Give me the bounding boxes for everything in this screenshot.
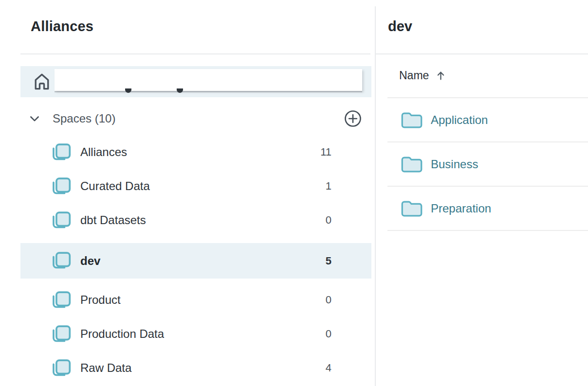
folder-link[interactable]: Business	[431, 158, 478, 171]
folder-link[interactable]: Application	[431, 113, 488, 127]
sidebar-title-divider	[20, 53, 370, 54]
space-count: 5	[326, 255, 331, 267]
space-label: dev	[80, 254, 100, 268]
sidebar-item-production-data[interactable]: Production Data 0	[20, 317, 371, 351]
app-window: Alliances Spaces (10)	[0, 0, 588, 386]
space-icon	[50, 142, 71, 163]
space-count: 0	[326, 328, 331, 340]
spaces-section-label: Spaces (10)	[53, 112, 115, 125]
content-panel: dev Name Application	[376, 0, 588, 386]
redacted-text-fragment	[125, 88, 131, 93]
space-count: 1	[326, 180, 331, 193]
spaces-section-header: Spaces (10)	[20, 110, 371, 127]
sidebar: Alliances Spaces (10)	[0, 0, 375, 386]
name-column-label: Name	[399, 69, 429, 82]
home-icon	[32, 71, 52, 92]
arrow-up-icon	[435, 70, 447, 82]
space-icon	[50, 290, 71, 311]
space-icon	[50, 250, 71, 271]
space-count: 11	[320, 146, 331, 158]
redacted-home-label	[55, 69, 362, 91]
chevron-down-icon[interactable]	[28, 112, 41, 125]
add-space-button[interactable]	[343, 109, 363, 128]
space-icon	[50, 210, 71, 231]
folder-icon	[401, 155, 423, 174]
sidebar-title: Alliances	[31, 18, 93, 35]
space-label: Product	[80, 293, 121, 307]
sidebar-item-product[interactable]: Product 0	[20, 283, 371, 317]
table-row-preparation[interactable]: Preparation	[387, 187, 588, 231]
folder-icon	[401, 199, 423, 218]
folder-icon	[401, 111, 423, 129]
sidebar-item-dbt-datasets[interactable]: dbt Datasets 0	[20, 203, 371, 237]
table-header-name[interactable]: Name	[399, 68, 447, 83]
page-title: dev	[388, 18, 412, 35]
space-label: Production Data	[80, 327, 164, 341]
space-count: 0	[326, 294, 331, 306]
sidebar-item-curated-data[interactable]: Curated Data 1	[20, 169, 371, 203]
table-row-business[interactable]: Business	[387, 142, 588, 187]
space-label: Raw Data	[80, 361, 131, 375]
sidebar-item-home[interactable]	[20, 66, 371, 97]
sidebar-item-raw-data[interactable]: Raw Data 4	[20, 351, 371, 385]
space-count: 0	[326, 214, 331, 227]
space-label: Curated Data	[80, 179, 150, 193]
folder-table: Application Business Preparation	[387, 97, 588, 231]
content-title-divider	[376, 53, 588, 54]
sidebar-item-dev[interactable]: dev 5	[20, 243, 371, 279]
space-icon	[50, 358, 71, 379]
space-icon	[50, 324, 71, 345]
spaces-list: Alliances 11 Curated Data 1	[20, 135, 371, 385]
space-icon	[50, 176, 71, 197]
redacted-text-fragment	[177, 88, 183, 93]
sidebar-item-alliances[interactable]: Alliances 11	[20, 135, 371, 169]
folder-link[interactable]: Preparation	[431, 202, 491, 215]
space-label: dbt Datasets	[80, 213, 146, 227]
space-label: Alliances	[80, 145, 127, 159]
table-row-application[interactable]: Application	[387, 98, 588, 142]
space-count: 4	[326, 362, 331, 374]
